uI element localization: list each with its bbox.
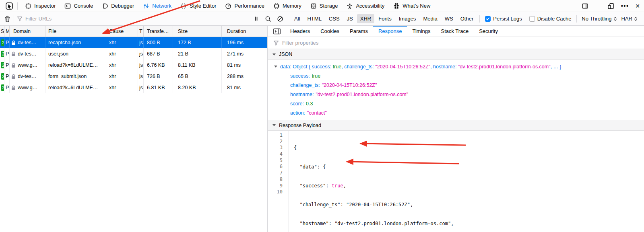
- size-cell: 21 B: [173, 48, 222, 60]
- pause-icon[interactable]: [253, 16, 259, 22]
- column-header-domain[interactable]: Domain: [10, 26, 45, 37]
- twisty-expanded-icon[interactable]: [272, 124, 276, 126]
- request-list-header: S M Domain File Cause T Transfe… Size Du…: [0, 26, 267, 37]
- lock-icon: [11, 63, 16, 68]
- element-picker-button[interactable]: [4, 2, 14, 10]
- tab-inspector[interactable]: Inspector: [21, 0, 60, 12]
- dock-side-icon[interactable]: [582, 3, 588, 9]
- divider: [288, 15, 288, 23]
- checkbox-checked-icon[interactable]: [485, 16, 491, 22]
- column-header-type[interactable]: T: [138, 26, 144, 37]
- column-header-duration[interactable]: Duration: [222, 26, 267, 37]
- json-property-row[interactable]: hostname: "dv-test2.prod01.london.platfo…: [268, 90, 644, 99]
- code-line: "data": {: [289, 164, 644, 170]
- more-options-icon[interactable]: •••: [621, 4, 629, 8]
- table-row-reload-1[interactable]: 2 P www.g… reload?k=6LdULME… xhr js 6.76…: [0, 60, 267, 71]
- tab-security[interactable]: Security: [474, 26, 503, 37]
- tab-style-editor[interactable]: Style Editor: [176, 0, 221, 12]
- filter-images[interactable]: Images: [396, 14, 419, 23]
- table-row-user[interactable]: 2 P dv-tes… user.json xhr js 687 B 21 B …: [0, 48, 267, 60]
- responsive-mode-icon[interactable]: [607, 3, 614, 9]
- filter-fonts[interactable]: Fonts: [375, 14, 395, 23]
- line-number: 6: [268, 164, 283, 170]
- throttling-select[interactable]: No Throttling: [580, 16, 619, 22]
- tab-cookies[interactable]: Cookies: [315, 26, 345, 37]
- json-root-row[interactable]: data: Object { success: true, challenge_…: [268, 62, 644, 71]
- request-details-panel: Headers Cookies Params Response Timings …: [268, 26, 644, 232]
- column-header-transferred[interactable]: Transfe…: [144, 26, 173, 37]
- tab-performance[interactable]: Performance: [221, 0, 268, 12]
- column-header-cause[interactable]: Cause: [104, 26, 138, 37]
- filter-all[interactable]: All: [291, 14, 303, 23]
- tab-timings[interactable]: Timings: [407, 26, 436, 37]
- filter-media[interactable]: Media: [420, 14, 440, 23]
- json-property-row[interactable]: action: "contact": [268, 108, 644, 117]
- split-pane-icon[interactable]: [273, 28, 281, 35]
- filter-js[interactable]: JS: [344, 14, 356, 23]
- column-header-size[interactable]: Size: [173, 26, 222, 37]
- filter-properties-input[interactable]: [282, 40, 639, 46]
- checkbox-unchecked-icon[interactable]: [529, 16, 535, 22]
- block-icon[interactable]: [277, 16, 283, 22]
- tab-params[interactable]: Params: [345, 26, 373, 37]
- divider: [14, 15, 14, 23]
- property-key: score:: [290, 101, 304, 107]
- twisty-expanded-icon[interactable]: [272, 53, 276, 55]
- clear-requests-trash-icon[interactable]: [4, 15, 11, 23]
- tab-headers[interactable]: Headers: [285, 26, 315, 37]
- tab-stack-trace[interactable]: Stack Trace: [436, 26, 474, 37]
- tab-whats-new[interactable]: What’s New: [389, 0, 435, 12]
- har-label: HAR: [621, 16, 632, 22]
- tab-console[interactable]: Console: [60, 0, 97, 12]
- response-source-view[interactable]: 1 2 3 4 5 6 7 8 9 10 { "data": { "succes…: [268, 131, 644, 232]
- twisty-expanded-icon[interactable]: [274, 66, 277, 68]
- status-badge: 2: [1, 62, 4, 68]
- filter-urls-input[interactable]: [25, 16, 252, 22]
- json-property-row[interactable]: score: 0.3: [268, 99, 644, 108]
- tab-label: Inspector: [34, 3, 56, 9]
- har-menu[interactable]: HAR: [619, 16, 640, 22]
- json-section-title: JSON: [279, 51, 292, 57]
- method-cell: P: [4, 48, 10, 60]
- tab-response[interactable]: Response: [373, 26, 407, 37]
- persist-logs-toggle[interactable]: Persist Logs: [485, 16, 522, 22]
- table-row-form-submit[interactable]: 2 P dv-tes… form_submit.json xhr js 726 …: [0, 71, 267, 82]
- disable-cache-label: Disable Cache: [537, 16, 572, 22]
- duration-cell: 288 ms: [222, 71, 267, 82]
- cause-cell: xhr: [104, 48, 138, 60]
- filter-ws[interactable]: WS: [442, 14, 456, 23]
- cause-cell: xhr: [104, 60, 138, 71]
- table-row-recaptcha[interactable]: 2 P dv-tes… recaptcha.json xhr js 800 B …: [0, 37, 267, 48]
- tab-storage[interactable]: Storage: [306, 0, 343, 12]
- filter-other[interactable]: Other: [457, 14, 477, 23]
- column-header-status[interactable]: S: [0, 26, 4, 37]
- search-icon[interactable]: [265, 16, 271, 22]
- line-number: 4: [268, 151, 283, 158]
- table-row-reload-2[interactable]: 2 P www.g… reload?k=6LdULME… xhr js 6.81…: [0, 82, 267, 93]
- file-cell: form_submit.json: [45, 71, 104, 82]
- response-payload-section-header[interactable]: Response Payload: [268, 120, 644, 131]
- tab-label: Style Editor: [190, 3, 216, 9]
- tab-debugger[interactable]: Debugger: [97, 0, 138, 12]
- tab-network[interactable]: Network: [138, 0, 176, 12]
- transferred-cell: 800 B: [144, 37, 173, 48]
- filter-xhr[interactable]: XHR: [357, 14, 374, 23]
- column-header-file[interactable]: File: [45, 26, 104, 37]
- property-value: "2020-04-15T10:26:52Z": [322, 82, 377, 88]
- status-cell: 2: [0, 37, 4, 48]
- json-property-row[interactable]: success: true: [268, 71, 644, 80]
- method-cell: P: [4, 60, 10, 71]
- line-number: 9: [268, 183, 283, 189]
- tab-memory[interactable]: Memory: [269, 0, 306, 12]
- inspector-icon: [25, 3, 31, 9]
- close-icon[interactable]: ✕: [635, 3, 640, 9]
- filter-css[interactable]: CSS: [326, 14, 343, 23]
- disable-cache-toggle[interactable]: Disable Cache: [529, 16, 572, 22]
- json-section-header[interactable]: JSON: [268, 49, 644, 60]
- filter-html[interactable]: HTML: [304, 14, 324, 23]
- json-property-row[interactable]: challenge_ts: "2020-04-15T10:26:52Z": [268, 80, 644, 90]
- tab-label: Debugger: [111, 3, 134, 9]
- column-header-method[interactable]: M: [4, 26, 10, 37]
- transferred-cell: 6.76 KB: [144, 60, 173, 71]
- tab-accessibility[interactable]: Accessibility: [342, 0, 389, 12]
